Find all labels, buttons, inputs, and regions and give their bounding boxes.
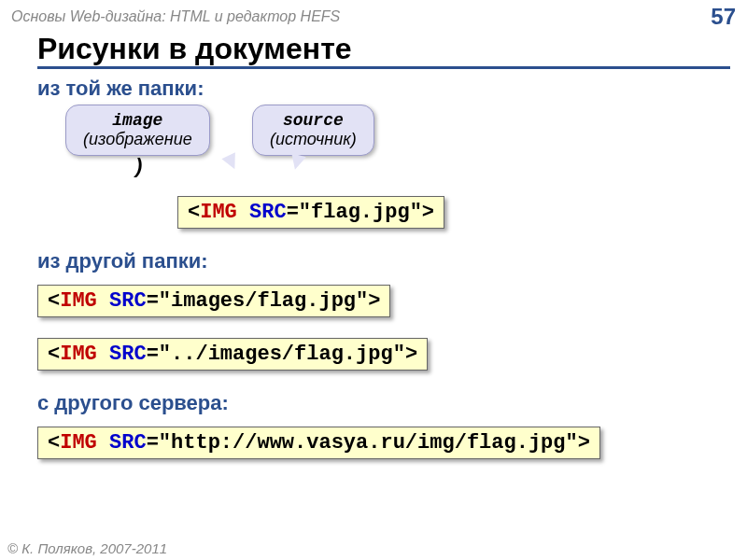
slide-header: Основы Web-дизайна: HTML и редактор HEFS… — [0, 0, 747, 32]
callout-image: image (изображение — [65, 105, 210, 156]
code-other-folder-2: <IMG SRC="../images/flag.jpg"> — [37, 338, 428, 371]
code-value-4: "http://www.vasya.ru/img/flag.jpg" — [159, 431, 578, 455]
slide-title: Рисунки в документе — [37, 32, 730, 69]
page-number: 57 — [711, 4, 736, 30]
callouts-row: image (изображение source (источник) — [56, 105, 747, 189]
callout-image-trans: (изображение — [83, 130, 192, 149]
attr-src: SRC — [249, 201, 287, 224]
callout-source-term: source — [270, 111, 357, 130]
code-value-2: "images/flag.jpg" — [159, 289, 368, 313]
code-value-1: "flag.jpg" — [299, 201, 422, 224]
callout-source-trans: (источник) — [270, 130, 357, 149]
tag-img: IMG — [200, 201, 237, 224]
stray-paren: ) — [135, 154, 142, 178]
section-other-folder: из другой папки: — [37, 249, 747, 273]
section-other-server: с другого сервера: — [37, 391, 747, 415]
callout-source: source (источник) — [252, 105, 374, 156]
callout-source-tail — [288, 153, 306, 172]
course-title: Основы Web-дизайна: HTML и редактор HEFS — [11, 8, 340, 25]
code-same-folder: <IMG SRC="flag.jpg"> — [177, 196, 444, 229]
copyright-footer: © К. Поляков, 2007-2011 — [7, 540, 167, 556]
code-other-folder-1: <IMG SRC="images/flag.jpg"> — [37, 285, 390, 317]
code-other-server: <IMG SRC="http://www.vasya.ru/img/flag.j… — [37, 427, 600, 459]
section-same-folder: из той же папки: — [37, 77, 747, 101]
code-value-3: "../images/flag.jpg" — [159, 343, 405, 366]
callout-image-term: image — [83, 111, 192, 130]
callout-image-tail — [221, 152, 241, 172]
